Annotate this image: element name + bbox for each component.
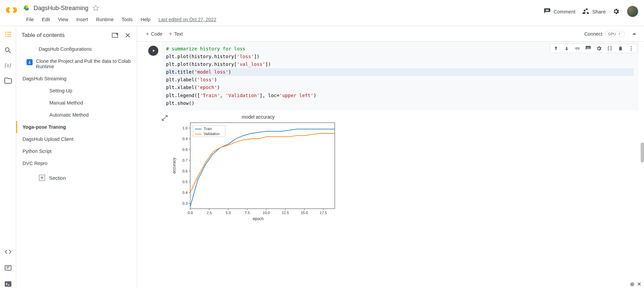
add-code-label: Code (151, 31, 162, 37)
runtime-type-button[interactable]: GPU (605, 31, 625, 37)
blue-download-icon (27, 59, 33, 65)
plus-icon: + (169, 31, 172, 37)
share-button[interactable]: Share (582, 8, 606, 15)
svg-text:2.5: 2.5 (207, 211, 212, 215)
move-up-icon[interactable] (553, 45, 559, 51)
clear-output-icon[interactable] (161, 115, 168, 121)
app-header: DagsHub-Streaming File Edit View Insert … (0, 0, 644, 26)
move-down-icon[interactable] (564, 45, 570, 51)
command-rail-icon[interactable] (4, 264, 12, 272)
svg-text:5.0: 5.0 (226, 211, 231, 215)
svg-rect-2 (5, 281, 11, 287)
svg-text:10.0: 10.0 (263, 211, 270, 215)
last-edited[interactable]: Last edited on Oct 27, 2022 (155, 15, 219, 24)
svg-text:accuracy: accuracy (172, 158, 176, 174)
link-icon[interactable] (574, 45, 580, 51)
toc-item-8[interactable]: Python Script (16, 145, 137, 157)
toc-item-4[interactable]: Manual Method (16, 97, 137, 109)
menu-edit[interactable]: Edit (39, 15, 53, 24)
add-code-button[interactable]: + Code (143, 30, 166, 38)
comment-icon (544, 8, 551, 15)
drive-icon (23, 5, 30, 11)
snippets-rail-icon[interactable] (4, 248, 12, 256)
status-close-icon[interactable]: ✕ (637, 281, 641, 287)
toc-item-7[interactable]: DagsHub Upload Client (16, 133, 137, 145)
svg-text:0.8: 0.8 (183, 148, 188, 152)
header-right: Comment Share (544, 5, 639, 17)
colab-logo (5, 4, 17, 16)
plus-icon (39, 175, 45, 181)
mirror-cell-icon[interactable] (607, 45, 613, 51)
svg-point-5 (631, 50, 632, 51)
variables-rail-icon[interactable]: {x} (5, 63, 11, 69)
toc-item-label: Python Script (23, 149, 51, 154)
toc-section-label: Section (49, 175, 66, 181)
left-rail: {x} (0, 26, 16, 288)
menu-view[interactable]: View (55, 15, 72, 24)
share-icon (582, 8, 590, 15)
scrollbar-thumb[interactable] (641, 142, 644, 163)
star-icon[interactable] (92, 5, 99, 11)
cell-settings-icon[interactable] (596, 45, 602, 51)
toc-rail-icon[interactable] (4, 30, 12, 38)
toc-newtab-icon[interactable] (111, 32, 119, 39)
status-indicator-icon (630, 282, 634, 286)
run-cell-button[interactable] (148, 46, 158, 56)
delete-cell-icon[interactable] (617, 45, 623, 51)
connect-button[interactable]: Connect (581, 30, 605, 38)
comment-label: Comment (554, 9, 575, 14)
toc-item-3[interactable]: Setting Up (16, 85, 137, 97)
svg-text:0.3: 0.3 (183, 201, 188, 205)
share-label: Share (592, 9, 606, 14)
toc-item-label: Manual Method (49, 100, 83, 106)
toc-item-9[interactable]: DVC Repro (16, 157, 137, 169)
play-icon (152, 49, 156, 53)
toc-close-icon[interactable] (124, 32, 131, 39)
svg-text:0.9: 0.9 (183, 137, 188, 141)
notebook-title[interactable]: DagsHub-Streaming (34, 5, 88, 12)
toc-item-2[interactable]: DagsHub Streaming (16, 73, 137, 85)
toc-item-5[interactable]: Automatic Method (16, 109, 137, 121)
toc-item-0[interactable]: DagsHub Configurations (16, 43, 137, 55)
user-avatar[interactable] (627, 5, 639, 17)
svg-text:0.6: 0.6 (183, 169, 188, 173)
add-text-label: Text (174, 31, 183, 37)
files-rail-icon[interactable] (4, 77, 12, 85)
toc-panel: Table of contents DagsHub Configurations… (16, 26, 137, 288)
toc-item-6[interactable]: Yoga-pose Traning (16, 121, 137, 133)
menu-runtime[interactable]: Runtime (93, 15, 117, 24)
menu-insert[interactable]: Insert (73, 15, 91, 24)
svg-text:17.5: 17.5 (320, 211, 327, 215)
plus-icon: + (146, 31, 149, 37)
cell-more-icon[interactable] (628, 45, 634, 51)
svg-text:0.0: 0.0 (188, 211, 193, 215)
toc-add-section[interactable]: Section (16, 171, 137, 185)
toc-item-label: Setting Up (49, 88, 72, 93)
output-chart: model accuracy0.30.40.50.60.70.80.91.00.… (171, 113, 339, 221)
svg-text:0.7: 0.7 (183, 158, 188, 162)
menu-help[interactable]: Help (137, 15, 154, 24)
search-rail-icon[interactable] (4, 46, 12, 54)
svg-text:12.5: 12.5 (282, 211, 289, 215)
notebook-toolbar: + Code + Text Connect GPU (137, 26, 644, 42)
expand-toolbar-icon[interactable] (630, 30, 639, 38)
svg-text:1.0: 1.0 (183, 126, 188, 130)
status-bar: ✕ (630, 281, 641, 287)
svg-text:0.5: 0.5 (183, 180, 188, 184)
notebook-scroll[interactable]: # summarize history for lossplt.plot(his… (137, 42, 644, 288)
svg-text:0.4: 0.4 (183, 191, 188, 195)
settings-icon[interactable] (612, 8, 620, 15)
code-cell[interactable]: # summarize history for lossplt.plot(his… (145, 42, 639, 221)
menu-tools[interactable]: Tools (118, 15, 136, 24)
terminal-rail-icon[interactable] (4, 280, 12, 288)
toc-item-label: Clone the Project and Pull the data to C… (36, 58, 131, 69)
svg-point-4 (631, 48, 632, 49)
toc-item-label: DagsHub Streaming (23, 76, 67, 81)
menu-file[interactable]: File (23, 15, 37, 24)
add-text-button[interactable]: + Text (166, 30, 186, 38)
add-comment-icon[interactable] (585, 45, 591, 51)
toc-item-label: Yoga-pose Traning (23, 124, 66, 130)
comment-button[interactable]: Comment (544, 8, 575, 15)
toc-item-1[interactable]: Clone the Project and Pull the data to C… (16, 55, 137, 73)
toc-title: Table of contents (22, 32, 65, 39)
